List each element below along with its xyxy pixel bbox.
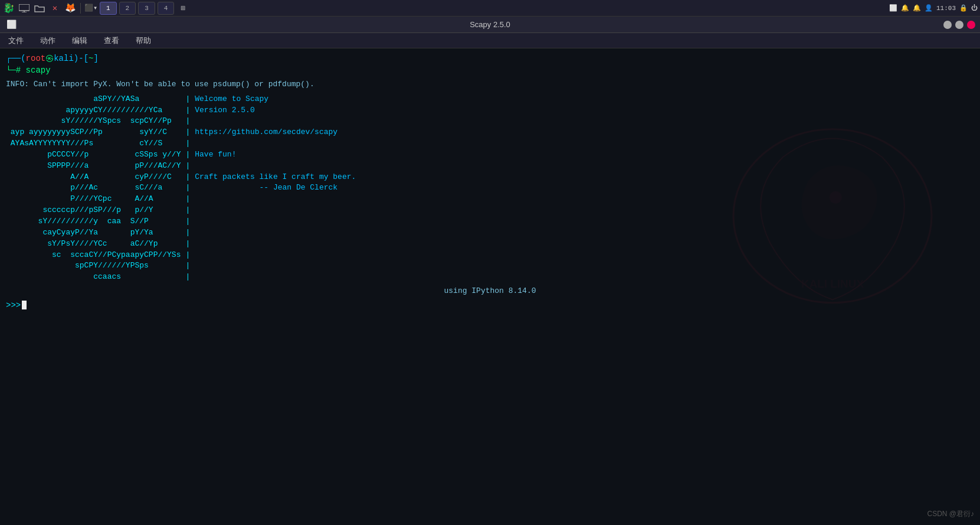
user-icon[interactable]: 👤 xyxy=(925,4,933,12)
prompt-line: ┌──(root㉿kali)-[~] xyxy=(6,53,974,65)
lock-icon[interactable]: 🔒 xyxy=(959,4,968,12)
bell-icon[interactable]: 🔔 xyxy=(913,4,921,12)
window-title: Scapy 2.5.0 xyxy=(470,20,510,29)
title-left-controls: ⬜ xyxy=(5,18,18,31)
repl-prompt[interactable]: >>> xyxy=(6,301,974,310)
tab-2[interactable]: 2 xyxy=(119,2,136,15)
clock: 11:03 xyxy=(936,5,956,12)
taskbar: 🐉 ✕ 🦊 ⬛▾ 1 2 3 4 ⊞ ⬜ 🔔 🔔 👤 11:03 🔒 ⏻ xyxy=(0,0,980,17)
screen-btn[interactable]: ⬜ xyxy=(889,4,897,12)
ascii-separator: | | | | | | | | | | | | | | | | | xyxy=(185,94,190,283)
using-line: using IPython 8.14.0 xyxy=(6,285,974,297)
menu-edit[interactable]: 编辑 xyxy=(68,34,91,47)
layout-icon[interactable]: ⊞ xyxy=(176,2,189,15)
minimize-square-icon[interactable]: ⬜ xyxy=(5,18,18,31)
minimize-button[interactable] xyxy=(943,21,952,29)
prompt-user: root xyxy=(26,54,46,63)
separator xyxy=(80,3,81,14)
menu-file[interactable]: 文件 xyxy=(5,34,27,47)
terminal: ┌──(root㉿kali)-[~] └─# scapy INFO: Can't… xyxy=(0,48,980,525)
cursor xyxy=(22,301,27,309)
folder-icon[interactable] xyxy=(33,2,46,15)
menu-view[interactable]: 查看 xyxy=(100,34,123,47)
terminal-icon[interactable]: ⬛▾ xyxy=(84,2,97,15)
welcome-text: Welcome to Scapy Version 2.5.0 https://g… xyxy=(195,94,356,283)
ascii-welcome-block: aSPY//YASa apyyyyCY//////////YCa sY/////… xyxy=(6,94,974,283)
repl-prompt-text: >>> xyxy=(6,301,21,310)
power-icon[interactable]: ⏻ xyxy=(971,4,978,12)
tab-1[interactable]: 1 xyxy=(100,2,117,15)
taskbar-right: ⬜ 🔔 🔔 👤 11:03 🔒 ⏻ xyxy=(889,4,978,12)
command-text: scapy xyxy=(26,66,51,75)
menu-action[interactable]: 动作 xyxy=(37,34,59,47)
svg-rect-0 xyxy=(19,4,30,11)
maximize-button[interactable] xyxy=(955,21,963,29)
ascii-art: aSPY//YASa apyyyyCY//////////YCa sY/////… xyxy=(6,94,181,283)
menu-help[interactable]: 帮助 xyxy=(132,34,155,47)
menubar: 文件 动作 编辑 查看 帮助 xyxy=(0,33,980,48)
tab-4[interactable]: 4 xyxy=(158,2,175,15)
prompt-host: kali xyxy=(54,54,74,63)
volume-icon[interactable]: 🔔 xyxy=(901,4,909,12)
info-line: INFO: Can't import PyX. Won't be able to… xyxy=(6,79,974,90)
close-small-icon[interactable]: ✕ xyxy=(48,2,61,15)
csdn-watermark: CSDN @君衍♪ xyxy=(927,509,974,519)
command-line: └─# scapy xyxy=(6,65,974,77)
tab-3[interactable]: 3 xyxy=(138,2,155,15)
window-controls xyxy=(943,21,975,29)
close-button[interactable] xyxy=(967,21,975,29)
screen-icon[interactable] xyxy=(18,2,31,15)
kali-icon[interactable]: 🐉 xyxy=(2,2,15,15)
titlebar: ⬜ Scapy 2.5.0 xyxy=(0,17,980,33)
firefox-icon[interactable]: 🦊 xyxy=(64,2,77,15)
